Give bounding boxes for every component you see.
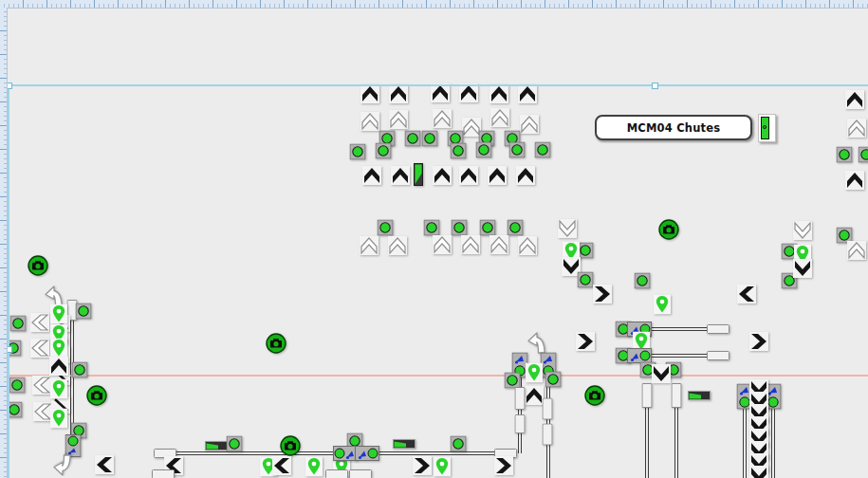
chevron-right-icon[interactable] bbox=[749, 332, 768, 351]
location-pin-icon[interactable] bbox=[50, 379, 67, 399]
sensor-box[interactable] bbox=[355, 446, 379, 461]
location-pin-icon[interactable] bbox=[654, 295, 671, 315]
chevron-left-outline-icon[interactable] bbox=[30, 339, 49, 358]
chevron-up-outline-icon[interactable] bbox=[389, 110, 408, 129]
belt-gauge-indicator[interactable] bbox=[205, 441, 228, 450]
status-light-indicator[interactable] bbox=[545, 372, 562, 388]
camera-icon[interactable] bbox=[658, 219, 679, 240]
chevron-up-icon[interactable] bbox=[489, 84, 508, 103]
status-light-indicator[interactable] bbox=[508, 220, 524, 236]
chevron-up-icon[interactable] bbox=[431, 83, 450, 102]
chevron-down-icon[interactable] bbox=[652, 364, 671, 383]
conveyor-cap[interactable] bbox=[349, 469, 372, 478]
status-light-indicator[interactable] bbox=[859, 147, 868, 163]
turn-arrow-icon[interactable] bbox=[51, 451, 74, 476]
conveyor-cap[interactable] bbox=[543, 398, 553, 420]
camera-icon[interactable] bbox=[28, 255, 48, 276]
conveyor-cap[interactable] bbox=[707, 324, 729, 334]
status-light-indicator[interactable] bbox=[837, 147, 853, 163]
vertical-ruler[interactable] bbox=[0, 8, 8, 478]
chevron-up-outline-icon[interactable] bbox=[520, 115, 539, 134]
chevron-up-outline-icon[interactable] bbox=[433, 235, 452, 254]
chevron-left-icon[interactable] bbox=[737, 285, 756, 303]
chevron-up-icon[interactable] bbox=[845, 90, 864, 109]
status-light-indicator[interactable] bbox=[405, 131, 421, 147]
chevron-up-icon[interactable] bbox=[391, 166, 410, 185]
location-pin-icon[interactable] bbox=[50, 304, 67, 324]
chute-position-indicator[interactable] bbox=[758, 114, 776, 142]
status-light-indicator[interactable] bbox=[378, 220, 394, 236]
status-light-indicator[interactable] bbox=[480, 220, 496, 236]
belt-gauge-indicator[interactable] bbox=[688, 391, 711, 400]
chevron-up-outline-icon[interactable] bbox=[489, 235, 508, 254]
chevron-up-icon[interactable] bbox=[433, 166, 452, 185]
chevron-up-icon[interactable] bbox=[362, 166, 381, 185]
horizontal-ruler[interactable] bbox=[0, 0, 868, 9]
location-pin-icon[interactable] bbox=[526, 363, 543, 383]
chevron-left-outline-icon[interactable] bbox=[33, 402, 52, 421]
status-light-indicator[interactable] bbox=[76, 303, 92, 320]
camera-icon[interactable] bbox=[280, 435, 301, 456]
selection-handle[interactable] bbox=[652, 83, 658, 89]
status-light-indicator[interactable] bbox=[635, 273, 651, 289]
status-light-indicator[interactable] bbox=[505, 373, 521, 389]
location-pin-icon[interactable] bbox=[50, 339, 67, 358]
chevron-up-outline-icon[interactable] bbox=[388, 236, 407, 255]
chevron-up-outline-icon[interactable] bbox=[360, 236, 379, 255]
chevron-up-icon[interactable] bbox=[360, 84, 379, 103]
chevron-up-icon[interactable] bbox=[488, 166, 507, 185]
location-pin-icon[interactable] bbox=[434, 457, 451, 477]
status-light-indicator[interactable] bbox=[451, 436, 467, 452]
status-light-indicator[interactable] bbox=[424, 220, 440, 236]
camera-icon[interactable] bbox=[584, 385, 605, 406]
chevron-up-icon[interactable] bbox=[49, 357, 68, 376]
chevron-up-outline-icon[interactable] bbox=[461, 235, 480, 254]
chevron-left-outline-icon[interactable] bbox=[30, 313, 49, 332]
vertical-gate-indicator[interactable] bbox=[414, 163, 423, 186]
status-light-indicator[interactable] bbox=[578, 243, 594, 259]
conveyor-cap[interactable] bbox=[672, 383, 682, 408]
status-light-indicator[interactable] bbox=[227, 436, 243, 452]
status-light-indicator[interactable] bbox=[376, 143, 392, 159]
chevron-up-icon[interactable] bbox=[518, 84, 537, 103]
status-light-indicator[interactable] bbox=[509, 142, 526, 158]
belt-gauge-indicator[interactable] bbox=[393, 439, 416, 449]
chevron-left-outline-icon[interactable] bbox=[32, 376, 51, 395]
chevron-up-outline-icon[interactable] bbox=[360, 112, 379, 131]
camera-icon[interactable] bbox=[266, 333, 286, 354]
conveyor-cap[interactable] bbox=[543, 424, 553, 446]
chevron-down-icon[interactable] bbox=[793, 259, 812, 278]
conveyor-cap[interactable] bbox=[152, 469, 175, 478]
chevron-up-outline-icon[interactable] bbox=[433, 109, 452, 128]
chevron-up-icon[interactable] bbox=[459, 166, 478, 185]
chevron-up-icon[interactable] bbox=[516, 166, 535, 185]
chevron-down-icon[interactable] bbox=[749, 466, 768, 478]
chevron-left-icon[interactable] bbox=[272, 456, 291, 475]
status-light-indicator[interactable] bbox=[10, 316, 27, 332]
conveyor-cap[interactable] bbox=[642, 383, 653, 408]
chevron-right-icon[interactable] bbox=[593, 285, 612, 303]
chevron-right-icon[interactable] bbox=[413, 456, 432, 475]
chevron-left-icon[interactable] bbox=[95, 455, 114, 474]
status-light-indicator[interactable] bbox=[451, 143, 467, 159]
conveyor-cap[interactable] bbox=[515, 414, 526, 433]
status-light-indicator[interactable] bbox=[9, 377, 26, 394]
status-light-indicator[interactable] bbox=[350, 144, 366, 160]
status-light-indicator[interactable] bbox=[72, 362, 88, 378]
location-pin-icon[interactable] bbox=[50, 409, 67, 429]
status-light-indicator[interactable] bbox=[578, 272, 594, 288]
chute-group-label[interactable]: MCM04 Chutes bbox=[595, 115, 752, 140]
chevron-down-outline-icon[interactable] bbox=[793, 221, 812, 240]
chevron-up-outline-icon[interactable] bbox=[518, 236, 537, 255]
chevron-up-outline-icon[interactable] bbox=[490, 108, 509, 127]
chevron-right-icon[interactable] bbox=[494, 456, 513, 475]
status-light-indicator[interactable] bbox=[476, 142, 492, 158]
status-light-indicator[interactable] bbox=[452, 220, 468, 236]
chevron-up-icon[interactable] bbox=[459, 83, 478, 102]
chevron-up-icon[interactable] bbox=[389, 84, 408, 103]
chevron-down-outline-icon[interactable] bbox=[558, 219, 577, 238]
chevron-up-icon[interactable] bbox=[525, 386, 544, 405]
conveyor-cap[interactable] bbox=[325, 469, 348, 478]
chevron-up-outline-icon[interactable] bbox=[847, 119, 866, 138]
status-light-indicator[interactable] bbox=[535, 142, 551, 158]
